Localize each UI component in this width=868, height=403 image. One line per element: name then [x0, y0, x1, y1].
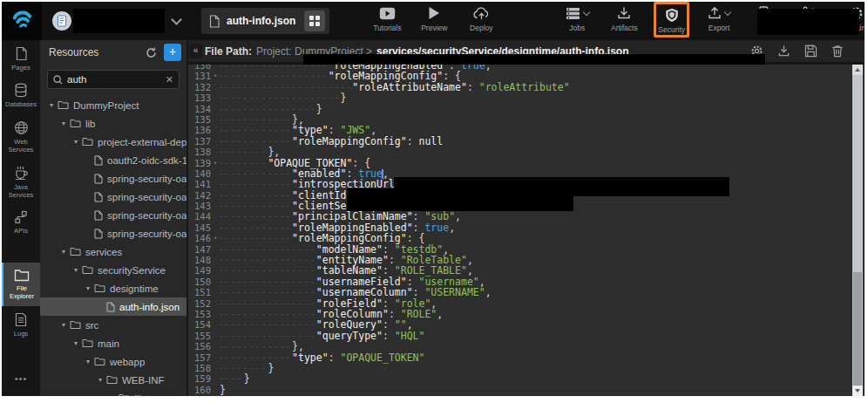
download-file-icon[interactable] — [777, 44, 790, 58]
tree-item[interactable]: ▾project-external-depend — [40, 133, 186, 151]
tree-caret-icon[interactable]: ▾ — [71, 266, 80, 274]
app-logo[interactable] — [2, 2, 42, 40]
folder-icon — [82, 338, 93, 348]
sidebar-item-databases[interactable]: Databases — [2, 77, 40, 113]
fold-gutter — [211, 92, 220, 103]
fold-gutter — [211, 104, 220, 114]
toolbar-label: Deploy — [470, 24, 492, 32]
toolbar-tutorials[interactable]: Tutorials — [370, 4, 404, 32]
toolbar-artifacts[interactable]: Artifacts — [607, 4, 641, 32]
resources-tree: ▾DummyProject▾lib▾project-external-depen… — [40, 96, 186, 396]
save-file-icon[interactable] — [804, 44, 817, 58]
code-line[interactable]: 159 } — [188, 373, 852, 384]
code-line[interactable]: 156 }, — [188, 341, 852, 352]
editor-scrollbar[interactable] — [852, 65, 863, 396]
toolbar-label: Security — [658, 25, 685, 34]
toolbar-security[interactable]: Security — [654, 2, 689, 38]
tree-caret-icon[interactable]: ▾ — [59, 321, 68, 329]
tree-item[interactable]: spring-security-oau — [40, 188, 186, 206]
fold-marker-icon[interactable]: ▾ — [211, 158, 220, 168]
tree-item[interactable]: spring-security-oau — [40, 169, 186, 188]
code-line[interactable]: 154 "roleQuery": "", — [188, 319, 852, 330]
tree-caret-icon[interactable]: ▾ — [47, 101, 56, 109]
tree-item-label: auth-info.json — [119, 302, 180, 312]
code-line[interactable]: 133 } — [188, 92, 852, 103]
sidebar-item-apis[interactable]: APIs — [2, 204, 40, 240]
scrollbar-thumb[interactable] — [853, 272, 862, 386]
tree-item[interactable]: ▾WEB-INF — [40, 371, 186, 389]
code-line[interactable]: 136 "type": "JWS", — [188, 125, 852, 135]
code-line[interactable]: 158 } — [188, 363, 852, 373]
tree-item-label: WEB-INF — [122, 375, 165, 386]
tree-item[interactable]: ▾src — [40, 316, 186, 334]
line-number: 133 — [188, 92, 211, 103]
code-text: } — [220, 385, 226, 395]
tree-caret-icon[interactable]: ▾ — [71, 339, 80, 347]
code-line[interactable]: 144 "principalClaimName": "sub", — [188, 211, 852, 222]
sidebar-item-web-services[interactable]: Web Services — [2, 114, 40, 160]
tree-caret-icon[interactable]: ▾ — [59, 248, 68, 256]
toolbar-jobs[interactable]: Jobs — [559, 4, 594, 32]
file-icon — [94, 229, 103, 239]
line-number: 146 — [188, 233, 211, 243]
grid-view-button[interactable] — [304, 10, 325, 31]
tree-caret-icon[interactable]: ▾ — [84, 358, 92, 365]
search-input[interactable] — [67, 74, 166, 85]
tree-item[interactable]: ▾services — [40, 242, 186, 261]
tree-caret-icon[interactable]: ▾ — [108, 394, 117, 396]
sidebar-more-button[interactable]: ••• — [2, 365, 40, 396]
tree-item-label: securityService — [98, 265, 166, 276]
tree-item[interactable]: ▾main — [40, 334, 186, 352]
fold-marker-icon[interactable]: ▾ — [211, 233, 220, 243]
line-number: 151 — [188, 287, 211, 297]
project-selector[interactable] — [52, 9, 180, 33]
refresh-icon[interactable] — [146, 47, 157, 58]
file-tab[interactable]: auth-info.json — [201, 8, 329, 34]
tree-item[interactable]: ▾webapp — [40, 352, 186, 371]
toolbar-export[interactable]: Export — [702, 4, 736, 32]
code-editor[interactable]: 130 "roleMappingEnabled": true,131▾ "rol… — [188, 65, 852, 396]
fold-gutter — [211, 244, 220, 255]
tree-item[interactable]: ▾securityService — [40, 261, 186, 279]
line-number: 143 — [188, 201, 211, 211]
sidebar-item-logs[interactable]: Logs — [2, 306, 40, 343]
tree-item[interactable]: ▾DummyProject — [40, 96, 186, 114]
fold-gutter — [211, 265, 220, 276]
code-line[interactable]: 160} — [188, 385, 852, 395]
code-line[interactable]: 137 "roleMappingConfig": null — [188, 136, 852, 147]
sidebar-item-java-services[interactable]: Java Services — [2, 160, 40, 205]
sidebar-item-pages[interactable]: Pages — [2, 40, 40, 77]
tree-item[interactable]: auth-info.json — [40, 297, 186, 316]
tree-item[interactable]: oauth2-oidc-sdk-10 — [40, 151, 186, 169]
sidebar-item-file-explorer[interactable]: File Explorer — [2, 263, 40, 306]
fold-gutter — [211, 298, 220, 309]
tree-item[interactable]: spring-security-oau — [40, 206, 186, 224]
code-line[interactable]: 151 "usernameColumn": "USERNAME", — [188, 287, 852, 297]
code-line[interactable]: 157 "type": "OPAQUE_TOKEN" — [188, 352, 852, 363]
java-services-coffee-icon — [14, 166, 29, 181]
line-number: 160 — [188, 385, 211, 395]
toolbar-deploy[interactable]: Deploy — [464, 4, 498, 32]
tree-item[interactable]: spring-security-oau — [40, 224, 186, 242]
tree-item[interactable]: ▾designtime — [40, 279, 186, 297]
line-number: 155 — [188, 331, 211, 341]
tree-item[interactable]: ▾lib — [40, 114, 186, 133]
code-line[interactable]: 146▾ "roleMappingConfig": { — [188, 233, 852, 243]
clear-search-icon[interactable]: ✕ — [166, 74, 173, 85]
line-number: 139 — [188, 158, 211, 168]
tree-caret-icon[interactable]: ▾ — [71, 138, 80, 146]
add-resource-button[interactable]: + — [164, 44, 181, 61]
code-line[interactable]: 149 "tableName": "ROLE_TABLE", — [188, 265, 852, 276]
toolbar-preview[interactable]: Preview — [417, 4, 451, 32]
tree-caret-icon[interactable]: ▾ — [84, 284, 92, 292]
collapse-panel-button[interactable]: « — [189, 44, 202, 58]
fold-marker-icon[interactable]: ▾ — [211, 71, 220, 81]
tree-caret-icon[interactable]: ▾ — [96, 376, 105, 384]
chevron-down-icon — [583, 8, 590, 15]
scroll-down-button[interactable] — [852, 386, 863, 396]
tree-item[interactable]: ▾lib — [40, 389, 186, 396]
delete-file-trash-icon[interactable] — [831, 44, 844, 58]
tree-caret-icon[interactable]: ▾ — [59, 120, 68, 127]
scroll-up-button[interactable] — [852, 65, 863, 75]
fold-gutter — [211, 114, 220, 125]
